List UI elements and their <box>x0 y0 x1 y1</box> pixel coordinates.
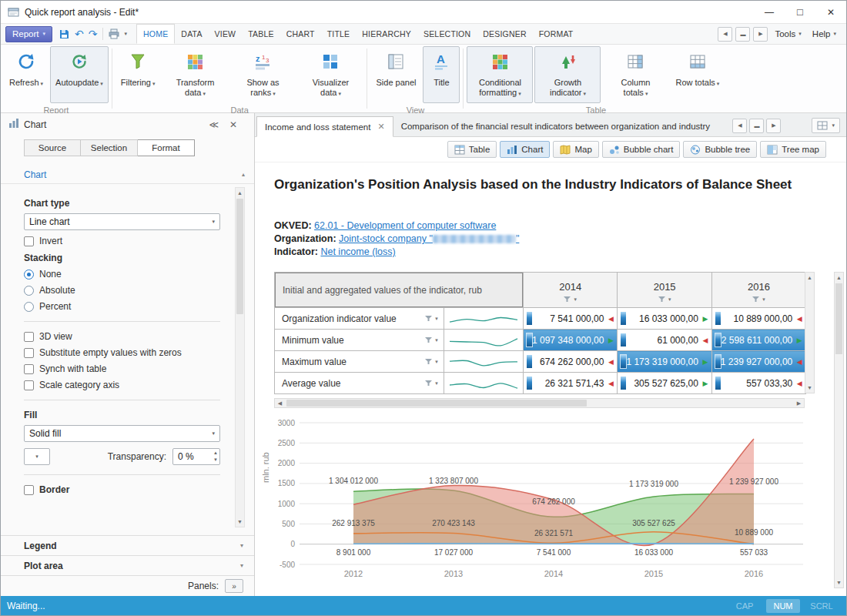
chart-plot-area[interactable]: -500050010001500200025003000201220132014… <box>264 417 834 585</box>
scroll-down-icon[interactable]: ▼ <box>835 578 843 588</box>
view-tree-map-button[interactable]: Tree map <box>760 141 826 158</box>
sidebar-scrollbar[interactable]: ▲ ▼ <box>235 187 245 527</box>
value-cell[interactable]: 557 033,30◀ <box>711 373 805 394</box>
ribbon-tab-table[interactable]: TABLE <box>242 24 280 44</box>
ribbon-tab-chart[interactable]: CHART <box>280 24 321 44</box>
stacking-percent-radio[interactable]: Percent <box>24 301 220 312</box>
nav-next-button[interactable]: ▶ <box>753 27 768 42</box>
indicator-link[interactable]: Net income (loss) <box>320 246 395 257</box>
scroll-up-icon[interactable]: ▲ <box>805 273 814 283</box>
row-label-cell[interactable]: Organization indicator value▼ <box>275 308 444 330</box>
chart-type-dropdown[interactable]: Line chart ▾ <box>24 213 220 230</box>
view-chart-button[interactable]: Chart <box>500 141 550 158</box>
ribbon-tab-home[interactable]: HOME <box>136 24 175 44</box>
tab-prev-button[interactable]: ◀ <box>732 119 747 133</box>
show-as-ranks-button[interactable]: z13 Show as ranks▾ <box>229 46 296 103</box>
fill-dropdown[interactable]: Solid fill ▾ <box>24 425 220 442</box>
value-cell[interactable]: 10 889 000,00◀ <box>711 308 805 330</box>
layout-split-button[interactable]: ▾ <box>812 118 840 133</box>
scroll-up-icon[interactable]: ▲ <box>236 188 244 198</box>
scroll-down-icon[interactable]: ▼ <box>805 383 814 393</box>
document-tab-comparison[interactable]: Comparison of the financial result indic… <box>393 116 718 136</box>
close-tab-icon[interactable]: ✕ <box>377 122 384 132</box>
substitute-zeros-checkbox[interactable]: Substitute empty values with zeros <box>24 347 220 358</box>
plot-area-section-header[interactable]: Plot area ▾ <box>1 555 254 575</box>
year-header-2014[interactable]: 2014 ▼ <box>524 273 618 308</box>
undo-button[interactable]: ↶ <box>75 28 84 40</box>
view-bubble-chart-button[interactable]: Bubble chart <box>602 141 681 158</box>
table-horizontal-scrollbar[interactable]: ◀ ▶ <box>274 398 805 408</box>
year-header-2015[interactable]: 2015 ▼ <box>618 273 711 308</box>
ribbon-tab-selection[interactable]: SELECTION <box>417 24 477 44</box>
view-table-button[interactable]: Table <box>447 141 497 158</box>
sidebar-tab-selection[interactable]: Selection <box>81 139 138 156</box>
fill-color-button[interactable]: ▾ <box>24 448 50 465</box>
legend-section-header[interactable]: Legend ▾ <box>1 535 254 555</box>
okved-link[interactable]: 62.01 - Development of computer software <box>314 220 496 231</box>
value-cell[interactable]: 61 000,00◀ <box>618 330 711 351</box>
redo-button[interactable]: ↷ <box>89 28 98 40</box>
nav-list-button[interactable]: ▬ <box>735 27 750 42</box>
column-totals-button[interactable]: Column totals▾ <box>602 46 668 103</box>
ribbon-tab-format[interactable]: FORMAT <box>533 24 580 44</box>
save-button[interactable] <box>59 28 70 40</box>
stacking-absolute-radio[interactable]: Absolute <box>24 285 220 296</box>
view-bubble-tree-button[interactable]: Bubble tree <box>683 141 757 158</box>
3d-view-checkbox[interactable]: 3D view <box>24 331 220 342</box>
filtering-button[interactable]: Filtering▾ <box>116 46 161 103</box>
scrollbar-thumb[interactable] <box>835 283 842 354</box>
value-cell[interactable]: 2 598 611 000,00▶ <box>711 330 805 351</box>
table-corner-header[interactable]: Initial and aggregated values of the ind… <box>275 273 524 308</box>
scroll-right-icon[interactable]: ▶ <box>794 400 804 407</box>
value-cell[interactable]: 305 527 625,00▶ <box>618 373 711 394</box>
row-label-cell[interactable]: Average value▼ <box>275 373 444 394</box>
transparency-stepper[interactable]: 0 % ▲▼ <box>172 448 220 465</box>
value-cell[interactable]: 1 239 927 000,00◀ <box>711 351 805 373</box>
refresh-button[interactable]: Refresh▾ <box>4 46 49 103</box>
close-panel-icon[interactable]: ✕ <box>229 119 237 130</box>
page-vertical-scrollbar[interactable]: ▲ ▼ <box>834 272 844 588</box>
ribbon-tab-title[interactable]: TITLE <box>321 24 357 44</box>
collapse-panel-icon[interactable]: ≪ <box>209 119 219 130</box>
scroll-down-icon[interactable]: ▼ <box>236 517 244 527</box>
stepper-arrows-icon[interactable]: ▲▼ <box>213 450 218 464</box>
maximize-button[interactable]: □ <box>785 1 815 23</box>
ribbon-tab-hierarchy[interactable]: HIERARCHY <box>356 24 417 44</box>
chart-section-header[interactable]: Chart ▴ <box>1 166 254 184</box>
growth-indicator-button[interactable]: Growth indicator▾ <box>534 46 601 103</box>
ribbon-tab-data[interactable]: DATA <box>175 24 208 44</box>
value-cell[interactable]: 1 173 319 000,00▶ <box>618 351 711 373</box>
close-button[interactable]: ✕ <box>815 1 846 23</box>
value-cell[interactable]: 1 097 348 000,00▶ <box>524 330 618 351</box>
minimize-button[interactable]: — <box>754 1 785 23</box>
ribbon-tab-designer[interactable]: DESIGNER <box>477 24 532 44</box>
value-cell[interactable]: 7 541 000,00◀ <box>524 308 618 330</box>
row-label-cell[interactable]: Minimum value▼ <box>275 330 444 351</box>
conditional-formatting-button[interactable]: Conditional formatting▾ <box>467 46 533 103</box>
synch-with-table-checkbox[interactable]: Synch with table <box>24 363 220 374</box>
tab-next-button[interactable]: ▶ <box>766 119 781 133</box>
side-panel-button[interactable]: Side panel <box>370 46 421 103</box>
border-checkbox[interactable]: Border <box>24 484 220 495</box>
tools-menu[interactable]: Tools▾ <box>771 29 805 38</box>
ribbon-tab-view[interactable]: VIEW <box>209 24 243 44</box>
value-cell[interactable]: 16 033 000,00▶ <box>618 308 711 330</box>
panels-expand-button[interactable]: » <box>225 579 243 593</box>
year-header-2016[interactable]: 2016 ▼ <box>711 273 805 308</box>
organization-link[interactable]: Joint-stock company "" <box>339 233 519 244</box>
nav-prev-button[interactable]: ◀ <box>718 27 732 42</box>
stacking-none-radio[interactable]: None <box>24 269 220 280</box>
help-menu[interactable]: Help▾ <box>808 29 840 38</box>
print-dropdown-icon[interactable]: ▾ <box>125 31 128 37</box>
view-map-button[interactable]: Map <box>553 141 598 158</box>
scale-category-axis-checkbox[interactable]: Scale category axis <box>24 380 220 390</box>
invert-checkbox[interactable]: Invert <box>24 236 220 246</box>
autoupdate-button[interactable]: Autoupdate▾ <box>50 46 109 103</box>
print-button[interactable] <box>108 28 120 39</box>
visualizer-data-button[interactable]: Visualizer data▾ <box>297 46 363 103</box>
transform-data-button[interactable]: Transform data▾ <box>162 46 228 103</box>
row-label-cell[interactable]: Maximum value▼ <box>275 351 444 373</box>
scrollbar-thumb[interactable] <box>236 199 243 314</box>
report-menu-button[interactable]: Report ▾ <box>5 26 52 42</box>
scroll-left-icon[interactable]: ◀ <box>275 400 285 407</box>
